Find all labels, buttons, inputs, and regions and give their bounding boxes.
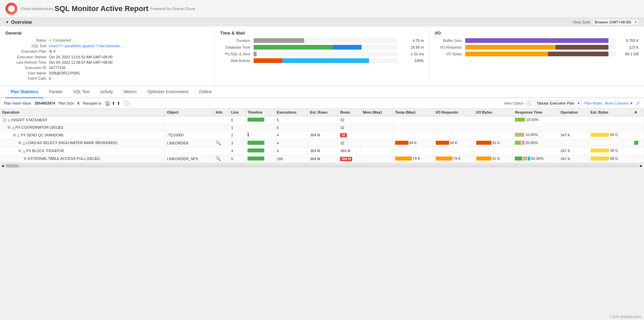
- iobytes-pxcoord: [474, 124, 513, 131]
- collapse-arrow[interactable]: ▼: [5, 20, 9, 24]
- op-extacc: ⚙ EXTERNAL TABLE ACCESS FULL (SEL$1): [0, 155, 165, 163]
- wait-bar1: [254, 58, 282, 63]
- timezone-wrapper[interactable]: Browser (GMT+08:00): [592, 19, 639, 25]
- resp-pxblock: [513, 147, 558, 155]
- estbytes-val-pxblock: 38 G: [610, 148, 618, 152]
- temp-extacc: 79 K: [393, 155, 434, 163]
- obj-pxsend: :TQ10000: [165, 131, 214, 139]
- info-load[interactable]: 🔍: [214, 139, 229, 147]
- op2-insert: [558, 116, 589, 124]
- col-mem-max: Mem (Max): [361, 109, 393, 116]
- sqltext-label: SQL Text: [5, 44, 49, 48]
- plan-table-container: Operation Object Info Line Timeline Exec…: [0, 109, 644, 163]
- tab-metrics[interactable]: Metrics: [118, 86, 142, 98]
- ioreq-insert: [433, 116, 474, 124]
- navigate-root-icon[interactable]: 🏠: [105, 101, 110, 106]
- scroll-thumb[interactable]: [5, 164, 19, 168]
- scroll-left-arrow[interactable]: ◀: [1, 164, 4, 168]
- main-tabs: Plan Statistics Parallel SQL Text Activi…: [0, 86, 644, 98]
- view-info-icon[interactable]: i: [526, 101, 532, 106]
- insert-label: △ INSERT STATEMENT: [8, 118, 48, 122]
- estbytes-pxcoord: [588, 124, 632, 131]
- tab-optimizer-env[interactable]: Optimizer Environment: [142, 86, 194, 98]
- pxcoord-indent: [2, 125, 7, 129]
- resp-bar2-load: [522, 141, 525, 145]
- plan-notes-button[interactable]: Plan Notes: [584, 101, 602, 105]
- sqltext-value[interactable]: insert /*+ parallel(4) append */ into li…: [49, 44, 124, 48]
- estrows-pxblock: 384 M: [308, 147, 338, 155]
- wait-bar2: [282, 58, 369, 63]
- temp-pxcoord: [393, 124, 434, 131]
- navigate-up-icon[interactable]: ⬆: [112, 101, 115, 106]
- scroll-track[interactable]: [5, 164, 639, 168]
- exec-pxsend: 4: [275, 131, 308, 139]
- scroll-right-arrow[interactable]: ▶: [640, 164, 643, 168]
- resp-insert: 10.00%: [513, 116, 558, 124]
- mem-insert: [361, 116, 393, 124]
- wait-value: 100%: [400, 59, 424, 63]
- exec-insert: 5: [275, 116, 308, 124]
- resp-bar1-load: [515, 141, 521, 145]
- time-wait-title: Time & Wait: [220, 30, 424, 36]
- navigate-down-icon[interactable]: ⬇: [117, 101, 120, 106]
- general-panel: General Status ✔Completed SQL Text inser…: [0, 26, 215, 86]
- estbytes-pxblock: 38 G: [588, 147, 632, 155]
- line-pxcoord: 1: [229, 124, 246, 131]
- resp-load: 20.00%: [513, 139, 558, 147]
- op-pxsend: ⚙ △ PX SEND QC (RANDOM): [0, 131, 165, 139]
- timeline-bar-extacc: [248, 156, 264, 161]
- resp-bar1-extacc: [515, 156, 522, 161]
- expand-icon[interactable]: ⤢: [636, 101, 640, 106]
- timeline-bar-pxblock: [248, 148, 264, 152]
- pxsend-indent: [2, 133, 13, 137]
- ioreq-pxsend: [433, 131, 474, 139]
- timezone-section: Time Zone Browser (GMT+08:00): [573, 19, 639, 25]
- dbtime-value: 18.95 m: [400, 45, 424, 49]
- line-insert: 0: [229, 116, 246, 124]
- io-req-bar1: [465, 45, 556, 50]
- pxblock-label: △ PX BLOCK ITERATOR: [22, 149, 64, 153]
- scroll-footer: ◀ ▶: [0, 163, 644, 168]
- iobytes-load: 45 G: [474, 139, 513, 147]
- duration-bar: [254, 38, 304, 43]
- tab-sql-text[interactable]: SQL Text: [68, 86, 95, 98]
- plsql-row: PL/SQL & Java 1.31 ms: [220, 52, 424, 56]
- more-columns-button[interactable]: More Columns ▼: [605, 101, 633, 105]
- info-extacc[interactable]: 🔍: [214, 155, 229, 163]
- buffer-gets-row: Buffer Gets 5.750 K: [435, 38, 639, 43]
- view-select-wrapper[interactable]: Tabular Execution Plan: [534, 100, 582, 106]
- rows-pxblock: 384 M: [338, 147, 361, 155]
- io-bytes-bar1: [465, 52, 548, 56]
- view-select[interactable]: Tabular Execution Plan: [534, 100, 582, 106]
- obj-load: LINEORDER: [165, 139, 214, 147]
- line-pxblock: 4: [229, 147, 246, 155]
- px-coord-icon: ⚙: [7, 125, 11, 129]
- general-title: General: [5, 30, 209, 36]
- ext-acc-icon: ⚙: [23, 156, 27, 161]
- timeline-insert: [246, 116, 275, 124]
- ioreq-load: 44 K: [433, 139, 474, 147]
- plan-info-icon[interactable]: i: [124, 101, 129, 106]
- table-row: ⬜ △ INSERT STATEMENT 0 5 32: [0, 116, 644, 124]
- refresh-label: Last Refresh Time: [5, 60, 49, 64]
- resp-pxsend: 10.00%: [513, 131, 558, 139]
- tab-parallel[interactable]: Parallel: [44, 86, 68, 98]
- table-row: ⚙ EXTERNAL TABLE ACCESS FULL (SEL$1) LIN…: [0, 155, 644, 163]
- plan-size-label: Plan Size: [58, 101, 74, 105]
- rows-badge-extacc: 384 M: [340, 157, 352, 161]
- col-est-rows: Est. Rows: [308, 109, 338, 116]
- tab-outline[interactable]: Outline: [194, 86, 217, 98]
- timezone-select[interactable]: Browser (GMT+08:00): [592, 19, 639, 25]
- table-row: ⚙ △ PX COORDINATOR (SEL$1) 1 5 32: [0, 124, 644, 131]
- username-value: SSB@ORCLPDB1: [49, 71, 80, 75]
- tab-activity[interactable]: Activity: [95, 86, 118, 98]
- obj-pxcoord: [165, 124, 214, 131]
- temp-bar-extacc: [395, 156, 412, 161]
- iobytes-pxblock: [474, 147, 513, 155]
- navigate-icons: 🏠 ⬆ ⬇: [105, 101, 120, 106]
- cloud-label: Cloud Infrastructure: [21, 7, 53, 11]
- tab-plan-statistics[interactable]: Plan Statistics: [5, 86, 44, 98]
- estrows-insert: [308, 116, 338, 124]
- fetch-label: Fetch Calls: [5, 76, 49, 80]
- ioreq-val-load: 44 K: [450, 141, 458, 145]
